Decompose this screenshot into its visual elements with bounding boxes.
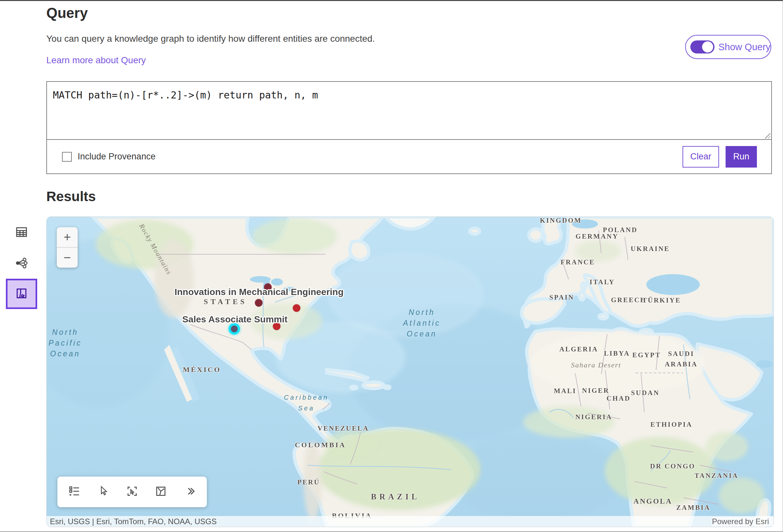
map-zoom-control: + − [57, 227, 77, 268]
show-query-label: Show Query [718, 42, 771, 53]
double-chevron-icon [184, 485, 196, 499]
cursor-icon [97, 485, 109, 499]
view-switcher-item-map-view[interactable] [6, 279, 37, 309]
learn-more-link[interactable]: Learn more about Query [46, 55, 146, 66]
map-marker-selected[interactable] [231, 326, 238, 333]
map-country-label: NIGERIA [575, 412, 612, 423]
attribution-sources: Esri, USGS | Esri, TomTom, FAO, NOAA, US… [46, 517, 217, 526]
map-country-label: ALGERIA [559, 344, 598, 355]
show-query-toggle[interactable]: Show Query [685, 35, 771, 59]
select-polygon-icon [155, 485, 167, 499]
map-ocean-label: NorthPacificOcean [49, 327, 82, 359]
map-country-label: GERMANY [575, 231, 619, 242]
legend-list-icon [68, 485, 81, 499]
map-country-label: ITALY [590, 277, 615, 288]
map-country-label: ZAMBIA [676, 503, 710, 513]
map-toolbar [57, 476, 207, 507]
map-marker[interactable] [293, 304, 301, 312]
map-terrain-label: Sahara Desert [571, 361, 621, 369]
map-country-label: GREECE [611, 295, 646, 305]
query-input[interactable] [47, 82, 771, 139]
toggle-switch-icon[interactable] [690, 40, 715, 54]
query-panel-footer: Include Provenance Clear Run [47, 139, 771, 173]
map-country-label: CHAD [606, 394, 631, 404]
query-page: Query You can query a knowledge graph to… [0, 0, 783, 532]
page-description: You can query a knowledge graph to ident… [46, 34, 375, 44]
page-title: Query [46, 5, 88, 21]
map-country-label: ETHIOPIA [650, 420, 692, 430]
view-switcher-item-link-chart-view[interactable] [6, 254, 37, 274]
map-country-label: LIBYA [604, 348, 630, 359]
map-marker[interactable] [255, 299, 263, 307]
map-icon [14, 287, 29, 301]
map-country-label: STATES [204, 296, 247, 308]
map-attribution: Esri, USGS | Esri, TomTom, FAO, NOAA, US… [46, 516, 774, 527]
map-marker-label: Sales Associate Summit [182, 314, 288, 325]
map-marker-label: Innovations in Mechanical Engineering [175, 287, 344, 297]
table-icon [15, 226, 28, 240]
map-country-label: KINGDOM [540, 217, 582, 226]
map-country-label: SPAIN [550, 292, 574, 303]
select-rectangle-icon [126, 485, 138, 499]
map-country-label: BRAZIL [371, 491, 420, 503]
include-provenance-checkbox[interactable] [62, 152, 72, 162]
include-provenance-label: Include Provenance [77, 152, 156, 162]
link-chart-icon [15, 257, 28, 271]
map-country-label: UKRAINE [631, 244, 670, 254]
more-tools-button[interactable] [180, 482, 200, 502]
map-ocean-label: NorthAtlanticOcean [403, 307, 440, 339]
map-country-label: ANGOLA [634, 496, 672, 507]
powered-by-esri: Powered by Esri [712, 517, 774, 526]
query-panel: Include Provenance Clear Run [46, 81, 772, 174]
map-country-label: TANZANIA [695, 471, 738, 481]
map-country-label: TÜRKIYE [642, 295, 681, 306]
results-map[interactable]: KINGDOMPOLANDGERMANYUKRAINEFRANCEITALYSP… [46, 217, 774, 527]
map-country-label: SAUDI ARABIA [665, 349, 698, 369]
map-country-label: VENEZUELA [317, 424, 369, 434]
map-country-label: DR CONGO [650, 461, 695, 472]
map-ocean-label: CaribbeanSea [284, 392, 328, 414]
select-by-rectangle-button[interactable] [122, 482, 142, 502]
results-title: Results [46, 189, 96, 204]
map-country-label: NIGER [582, 386, 609, 396]
map-country-label: PERÚ [297, 477, 320, 488]
map-country-label: EGYPT [632, 350, 661, 361]
legend-list-button[interactable] [65, 482, 84, 502]
map-country-label: MÉXICO [183, 364, 221, 375]
map-country-label: COLOMBIA [295, 439, 346, 450]
map-country-label: SUDAN [631, 388, 659, 398]
map-country-label: MALI [554, 386, 576, 396]
pointer-tool-button[interactable] [94, 482, 113, 502]
view-switcher-item-table-view[interactable] [6, 223, 37, 243]
map-country-label: FRANCE [561, 257, 595, 268]
run-button[interactable]: Run [726, 146, 757, 168]
zoom-out-button[interactable]: − [57, 248, 77, 268]
clear-button[interactable]: Clear [683, 146, 719, 168]
select-by-polygon-button[interactable] [151, 482, 170, 502]
zoom-in-button[interactable]: + [57, 227, 77, 248]
